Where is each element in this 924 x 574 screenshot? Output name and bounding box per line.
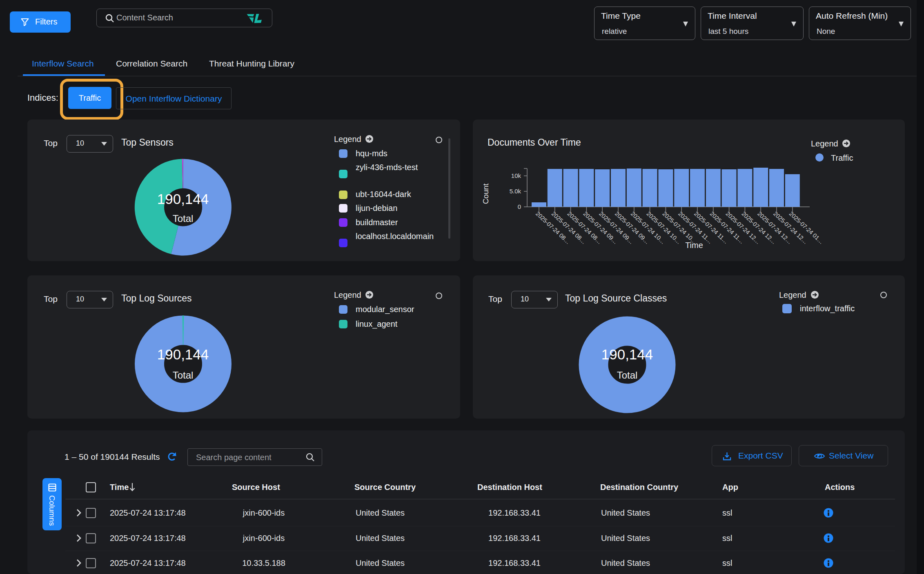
svg-text:Count: Count (481, 183, 490, 204)
svg-text:10k: 10k (511, 172, 521, 179)
svg-text:0: 0 (518, 203, 521, 210)
svg-text:5.0k: 5.0k (510, 188, 521, 195)
